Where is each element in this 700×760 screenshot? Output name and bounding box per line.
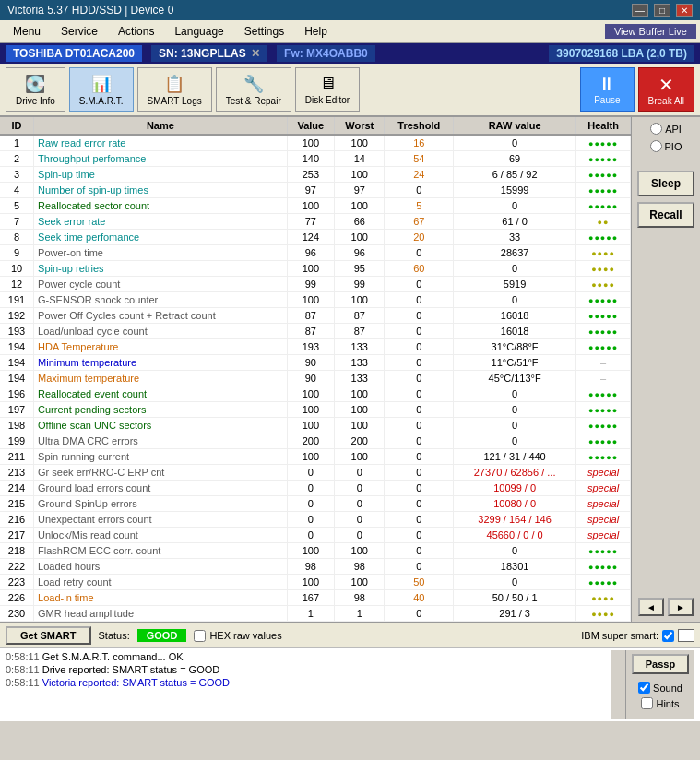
table-row: 226 Load-in time 167 98 40 50 / 50 / 1 ●…: [0, 590, 631, 606]
cell-value: 100: [287, 449, 334, 465]
smart-button[interactable]: 📊 S.M.A.R.T.: [69, 67, 134, 112]
cell-raw: 16018: [454, 324, 576, 339]
table-row: 223 Load retry count 100 100 50 0 ●●●●●: [0, 575, 631, 590]
hex-checkbox[interactable]: [194, 630, 206, 642]
testrepair-button[interactable]: 🔧 Test & Repair: [216, 67, 291, 112]
cell-treshold: 0: [385, 292, 454, 308]
cell-name: Reallocated sector count: [34, 198, 288, 214]
pause-button[interactable]: ⏸ Pause: [580, 67, 634, 112]
passp-button[interactable]: Passp: [632, 654, 689, 674]
cell-worst: 87: [335, 308, 385, 324]
cell-worst: 66: [335, 214, 385, 230]
get-smart-button[interactable]: Get SMART: [6, 626, 91, 645]
cell-id: 4: [0, 183, 34, 198]
cell-raw: 0: [454, 261, 576, 277]
cell-worst: 1: [335, 606, 385, 622]
cell-value: 90: [287, 371, 334, 386]
cell-treshold: 40: [385, 590, 454, 606]
cell-treshold: 0: [385, 402, 454, 418]
cell-raw: 0: [454, 292, 576, 308]
smartlogs-button[interactable]: 📋 SMART Logs: [137, 67, 212, 112]
cell-health: ●●●●: [576, 590, 631, 606]
cell-name: Spin-up retries: [34, 261, 288, 277]
cell-worst: 87: [335, 324, 385, 339]
cell-treshold: 0: [385, 606, 454, 622]
hints-checkbox[interactable]: [641, 697, 653, 709]
cell-name: Loaded hours: [34, 559, 288, 575]
cell-health: special: [576, 512, 631, 528]
minimize-button[interactable]: —: [632, 4, 648, 17]
api-radio[interactable]: [650, 123, 662, 135]
cell-id: 7: [0, 214, 34, 230]
log-scrollbar[interactable]: [611, 650, 625, 719]
pio-radio-row: PIO: [650, 140, 682, 152]
cell-raw: 121 / 31 / 440: [454, 449, 576, 465]
cell-worst: 100: [335, 198, 385, 214]
cell-treshold: 20: [385, 230, 454, 245]
table-row: 198 Offline scan UNC sectors 100 100 0 0…: [0, 418, 631, 433]
toolbar-right: ⏸ Pause ✕ Break All: [580, 67, 694, 112]
diskeditor-button[interactable]: 🖥 Disk Editor: [295, 67, 360, 112]
recall-button[interactable]: Recall: [637, 202, 694, 228]
cell-value: 87: [287, 324, 334, 339]
menu-item-help[interactable]: Help: [295, 22, 337, 41]
sound-checkbox[interactable]: [638, 682, 650, 694]
menu-item-menu[interactable]: Menu: [4, 22, 50, 41]
cell-raw: 11°C/51°F: [454, 355, 576, 371]
cell-treshold: 0: [385, 449, 454, 465]
cell-health: special: [576, 528, 631, 543]
table-row: 216 Unexpectant errors count 0 0 0 3299 …: [0, 512, 631, 528]
cell-id: 218: [0, 543, 34, 559]
ibm-color-box[interactable]: [678, 629, 694, 642]
cell-id: 5: [0, 198, 34, 214]
menu-item-service[interactable]: Service: [52, 22, 107, 41]
cell-raw: 18301: [454, 559, 576, 575]
cell-health: ●●●●●: [576, 151, 631, 167]
cell-id: 192: [0, 308, 34, 324]
nav-prev-button[interactable]: ◄: [638, 598, 664, 616]
cell-health: ●●●●●: [576, 449, 631, 465]
maximize-button[interactable]: □: [654, 4, 670, 17]
cell-raw: 50 / 50 / 1: [454, 590, 576, 606]
cell-worst: 133: [335, 355, 385, 371]
cell-name: Raw read error rate: [34, 135, 288, 151]
ibm-checkbox[interactable]: [662, 630, 674, 642]
drivebar: TOSHIBA DT01ACA200 SN: 13NGPLLAS ✕ Fw: M…: [0, 43, 700, 64]
cell-health: –: [576, 355, 631, 371]
col-health: Health: [576, 117, 631, 135]
drive-close[interactable]: ✕: [251, 47, 260, 60]
cell-id: 216: [0, 512, 34, 528]
nav-next-button[interactable]: ►: [668, 598, 694, 616]
cell-value: 100: [287, 575, 334, 590]
pio-radio[interactable]: [650, 140, 662, 152]
drive-model[interactable]: TOSHIBA DT01ACA200: [6, 45, 142, 62]
cell-treshold: 0: [385, 512, 454, 528]
view-buffer-button[interactable]: View Buffer Live: [605, 24, 696, 39]
menu-item-settings[interactable]: Settings: [235, 22, 293, 41]
cell-raw: 45°C/113°F: [454, 371, 576, 386]
cell-name: Unlock/Mis read count: [34, 528, 288, 543]
menu-item-language[interactable]: Language: [165, 22, 232, 41]
hints-row: Hints: [641, 697, 679, 709]
hex-row: HEX raw values: [194, 630, 281, 642]
menu-item-actions[interactable]: Actions: [109, 22, 163, 41]
hints-label: Hints: [656, 698, 679, 709]
cell-name: Reallocated event count: [34, 386, 288, 402]
cell-id: 230: [0, 606, 34, 622]
cell-raw: 45660 / 0 / 0: [454, 528, 576, 543]
sleep-button[interactable]: Sleep: [637, 171, 694, 196]
table-row: 8 Seek time perfomance 124 100 20 33 ●●●…: [0, 230, 631, 245]
statusbar: Get SMART Status: GOOD HEX raw values IB…: [0, 622, 700, 647]
table-row: 2 Throughput perfomance 140 14 54 69 ●●●…: [0, 151, 631, 167]
break-button[interactable]: ✕ Break All: [638, 67, 694, 112]
smart-table: ID Name Value Worst Treshold RAW value H…: [0, 117, 631, 622]
cell-raw: 33: [454, 230, 576, 245]
cell-name: Seek time perfomance: [34, 230, 288, 245]
cell-raw: 6 / 85 / 92: [454, 167, 576, 183]
cell-treshold: 0: [385, 433, 454, 449]
cell-value: 100: [287, 261, 334, 277]
cell-treshold: 0: [385, 465, 454, 481]
close-button[interactable]: ✕: [676, 4, 693, 17]
cell-id: 3: [0, 167, 34, 183]
driveinfo-button[interactable]: 💽 Drive Info: [6, 67, 65, 112]
